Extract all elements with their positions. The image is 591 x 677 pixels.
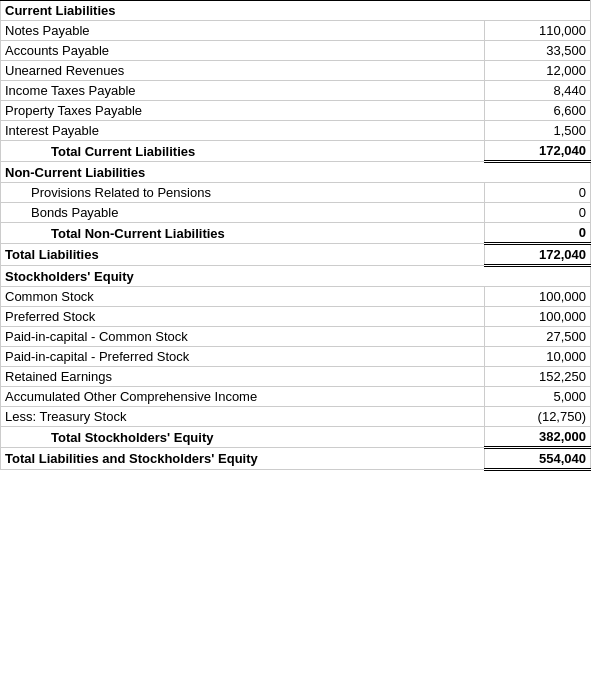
total-value: 172,040 [484, 141, 590, 162]
data-row: Notes Payable110,000 [1, 21, 591, 41]
row-label: Common Stock [1, 287, 485, 307]
data-row: Preferred Stock100,000 [1, 307, 591, 327]
row-value: 110,000 [484, 21, 590, 41]
total-row: Total Liabilities and Stockholders' Equi… [1, 448, 591, 470]
total-value: 554,040 [484, 448, 590, 470]
row-value: 100,000 [484, 307, 590, 327]
row-value: 10,000 [484, 347, 590, 367]
total-value: 382,000 [484, 427, 590, 448]
row-label: Less: Treasury Stock [1, 407, 485, 427]
balance-sheet-table: Current LiabilitiesNotes Payable110,000A… [0, 0, 591, 471]
data-row: Retained Earnings152,250 [1, 367, 591, 387]
total-label: Total Current Liabilities [1, 141, 485, 162]
total-label: Total Non-Current Liabilities [1, 223, 485, 244]
row-value: 1,500 [484, 121, 590, 141]
row-label: Accounts Payable [1, 41, 485, 61]
row-label: Provisions Related to Pensions [1, 183, 485, 203]
data-row: Less: Treasury Stock(12,750) [1, 407, 591, 427]
row-value: (12,750) [484, 407, 590, 427]
data-row: Provisions Related to Pensions0 [1, 183, 591, 203]
section-header-label: Current Liabilities [1, 1, 591, 21]
total-label: Total Stockholders' Equity [1, 427, 485, 448]
row-label: Paid-in-capital - Common Stock [1, 327, 485, 347]
row-value: 6,600 [484, 101, 590, 121]
section-header: Non-Current Liabilities [1, 162, 591, 183]
section-header: Stockholders' Equity [1, 266, 591, 287]
row-value: 8,440 [484, 81, 590, 101]
total-label: Total Liabilities and Stockholders' Equi… [1, 448, 485, 470]
row-label: Accumulated Other Comprehensive Income [1, 387, 485, 407]
data-row: Bonds Payable0 [1, 203, 591, 223]
data-row: Common Stock100,000 [1, 287, 591, 307]
row-label: Income Taxes Payable [1, 81, 485, 101]
row-label: Preferred Stock [1, 307, 485, 327]
data-row: Accounts Payable33,500 [1, 41, 591, 61]
row-label: Notes Payable [1, 21, 485, 41]
row-value: 0 [484, 203, 590, 223]
section-header-label: Stockholders' Equity [1, 266, 591, 287]
data-row: Unearned Revenues12,000 [1, 61, 591, 81]
total-row: Total Current Liabilities172,040 [1, 141, 591, 162]
row-value: 12,000 [484, 61, 590, 81]
total-row: Total Non-Current Liabilities0 [1, 223, 591, 244]
row-label: Interest Payable [1, 121, 485, 141]
total-row: Total Stockholders' Equity382,000 [1, 427, 591, 448]
data-row: Property Taxes Payable6,600 [1, 101, 591, 121]
total-value: 172,040 [484, 244, 590, 266]
data-row: Interest Payable1,500 [1, 121, 591, 141]
row-label: Unearned Revenues [1, 61, 485, 81]
total-value: 0 [484, 223, 590, 244]
data-row: Accumulated Other Comprehensive Income5,… [1, 387, 591, 407]
data-row: Income Taxes Payable8,440 [1, 81, 591, 101]
total-row: Total Liabilities172,040 [1, 244, 591, 266]
row-value: 152,250 [484, 367, 590, 387]
row-label: Bonds Payable [1, 203, 485, 223]
data-row: Paid-in-capital - Preferred Stock10,000 [1, 347, 591, 367]
row-value: 0 [484, 183, 590, 203]
section-header: Current Liabilities [1, 1, 591, 21]
row-label: Retained Earnings [1, 367, 485, 387]
section-header-label: Non-Current Liabilities [1, 162, 591, 183]
data-row: Paid-in-capital - Common Stock27,500 [1, 327, 591, 347]
row-value: 5,000 [484, 387, 590, 407]
row-value: 100,000 [484, 287, 590, 307]
row-value: 27,500 [484, 327, 590, 347]
total-label: Total Liabilities [1, 244, 485, 266]
row-label: Property Taxes Payable [1, 101, 485, 121]
row-label: Paid-in-capital - Preferred Stock [1, 347, 485, 367]
row-value: 33,500 [484, 41, 590, 61]
